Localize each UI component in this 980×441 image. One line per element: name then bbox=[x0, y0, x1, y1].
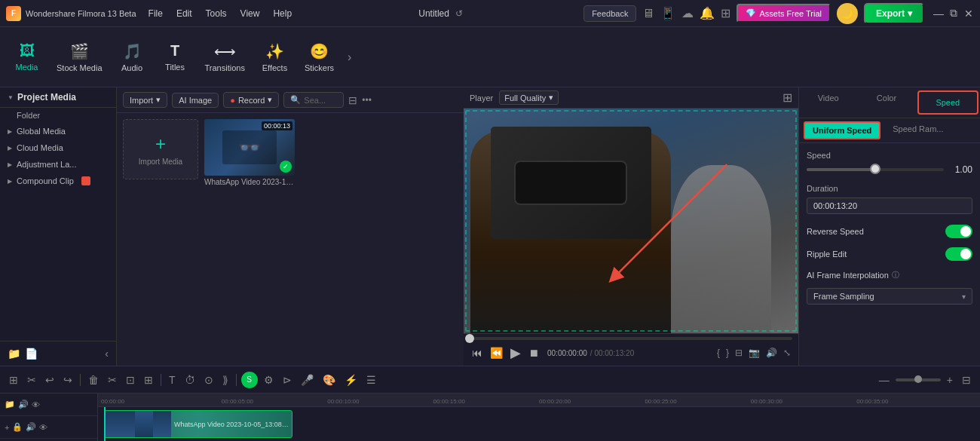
adjustment-layer-item[interactable]: ▶ Adjustment La... bbox=[0, 156, 116, 173]
import-media-placeholder[interactable]: + Import Media bbox=[123, 119, 198, 179]
mark-in-icon[interactable]: { bbox=[715, 346, 721, 360]
ai-image-button[interactable]: AI Image bbox=[172, 93, 219, 108]
slider-thumb[interactable] bbox=[870, 164, 880, 174]
tl-settings-icon[interactable]: ⚙ bbox=[261, 372, 277, 387]
tl-voice-icon[interactable]: 🎤 bbox=[298, 372, 317, 387]
folder-item[interactable]: Folder bbox=[0, 108, 116, 123]
tl-undo-icon[interactable]: ↩ bbox=[42, 372, 57, 387]
tl-delete-icon[interactable]: 🗑 bbox=[85, 372, 102, 387]
tl-audio-clip-icon[interactable]: ⊞ bbox=[141, 372, 156, 387]
tl-text-icon[interactable]: T bbox=[166, 372, 179, 387]
player-tab[interactable]: Player bbox=[470, 93, 493, 103]
fullscreen-icon[interactable]: ⤡ bbox=[782, 346, 792, 360]
zoom-thumb[interactable] bbox=[914, 375, 922, 383]
more-options-icon[interactable]: ••• bbox=[362, 95, 372, 106]
play-button[interactable]: ▶ bbox=[508, 343, 523, 363]
stop-button[interactable]: ⏹ bbox=[526, 345, 541, 360]
clip-segment-icon[interactable]: ⊟ bbox=[733, 346, 744, 360]
bell-icon[interactable]: 🔔 bbox=[700, 6, 715, 20]
audio-icon[interactable]: 🔊 bbox=[764, 346, 779, 360]
menu-tools[interactable]: Tools bbox=[200, 5, 233, 22]
quality-select[interactable]: Full Quality ▾ bbox=[499, 90, 559, 105]
filter-icon[interactable]: ⊟ bbox=[348, 94, 357, 106]
tl-layout-icon[interactable]: ⊟ bbox=[959, 372, 974, 387]
speed-slider[interactable] bbox=[807, 168, 944, 171]
monitor-icon[interactable]: 🖥 bbox=[642, 7, 654, 20]
frame-sampling-dropdown[interactable]: Frame Sampling ▾ bbox=[807, 288, 972, 305]
toolbar-effects[interactable]: ✨ Effects bbox=[254, 38, 296, 77]
toolbar-titles[interactable]: T Titles bbox=[155, 38, 196, 76]
uniform-speed-tab[interactable]: Uniform Speed bbox=[804, 121, 880, 139]
frame-back-button[interactable]: ⏪ bbox=[488, 345, 505, 360]
tab-speed[interactable]: Speed bbox=[917, 90, 978, 115]
close-button[interactable]: ✕ bbox=[963, 8, 974, 19]
menu-edit[interactable]: Edit bbox=[170, 5, 198, 22]
toolbar-media[interactable]: 🖼 Media bbox=[6, 38, 47, 76]
track-eye-icon[interactable]: 👁 bbox=[39, 423, 47, 432]
media-item[interactable]: 👓 00:00:13 ✓ WhatsApp Video 2023-10-05..… bbox=[204, 119, 295, 186]
add-folder-icon[interactable]: 📁 bbox=[8, 348, 20, 360]
tl-grid-icon[interactable]: ⊞ bbox=[6, 372, 21, 387]
tab-video[interactable]: Video bbox=[799, 87, 857, 118]
player-view-icon[interactable]: ⊞ bbox=[782, 90, 792, 105]
ripple-edit-toggle[interactable] bbox=[945, 247, 972, 261]
mobile-icon[interactable]: 📱 bbox=[660, 6, 675, 20]
maximize-button[interactable]: ⧉ bbox=[948, 8, 959, 19]
assets-button[interactable]: 💎 Assets Free Trial bbox=[737, 4, 831, 23]
compound-clip-item[interactable]: ▶ Compound Clip bbox=[0, 173, 116, 189]
refresh-icon[interactable]: ↺ bbox=[455, 8, 463, 19]
menu-file[interactable]: File bbox=[142, 5, 169, 22]
track-mute-icon[interactable]: 🔊 bbox=[26, 422, 36, 432]
feedback-button[interactable]: Feedback bbox=[583, 5, 636, 22]
zoom-slider[interactable] bbox=[896, 378, 941, 381]
toolbar-expand[interactable]: › bbox=[343, 51, 356, 64]
toolbar-transitions[interactable]: ⟷ Transitions bbox=[198, 38, 253, 77]
tl-cut-icon[interactable]: ✂ bbox=[24, 372, 39, 387]
collapse-panel-icon[interactable]: ‹ bbox=[105, 348, 109, 360]
minimize-button[interactable]: — bbox=[933, 8, 944, 19]
tl-redo-icon[interactable]: ↪ bbox=[60, 372, 75, 387]
progress-thumb[interactable] bbox=[465, 334, 474, 343]
tab-color[interactable]: Color bbox=[857, 87, 915, 118]
toggle-track-visibility[interactable]: 👁 bbox=[32, 400, 40, 409]
toolbar-stock-media[interactable]: 🎬 Stock Media bbox=[49, 38, 110, 77]
speed-ramp-tab[interactable]: Speed Ram... bbox=[885, 121, 951, 139]
toolbar-audio[interactable]: 🎵 Audio bbox=[112, 38, 153, 77]
upload-icon[interactable]: ☁ bbox=[681, 6, 694, 20]
add-track-button[interactable]: 📁 bbox=[5, 400, 15, 409]
skip-back-button[interactable]: ⏮ bbox=[470, 345, 485, 360]
tl-speed-button[interactable]: S bbox=[241, 372, 258, 388]
tl-effects2-icon[interactable]: ⚡ bbox=[341, 372, 360, 387]
global-media-item[interactable]: ▶ Global Media bbox=[0, 123, 116, 139]
reverse-speed-toggle[interactable] bbox=[945, 225, 972, 238]
tl-marker-icon[interactable]: ⊳ bbox=[280, 372, 295, 387]
info-icon[interactable]: ⓘ bbox=[892, 270, 899, 280]
progress-bar[interactable] bbox=[470, 337, 792, 340]
menu-help[interactable]: Help bbox=[267, 5, 298, 22]
menu-view[interactable]: View bbox=[234, 5, 266, 22]
cloud-media-item[interactable]: ▶ Cloud Media bbox=[0, 139, 116, 156]
tl-loop-icon[interactable]: ⊙ bbox=[201, 372, 216, 387]
duration-value[interactable]: 00:00:13:20 bbox=[807, 198, 972, 214]
record-button[interactable]: ● Record ▾ bbox=[223, 92, 279, 108]
mark-out-icon[interactable]: } bbox=[724, 346, 730, 360]
grid-icon[interactable]: ⊞ bbox=[721, 6, 730, 20]
track-lock-icon[interactable]: 🔒 bbox=[12, 422, 23, 432]
tl-zoom-out-icon[interactable]: — bbox=[876, 372, 893, 387]
track-add-icon[interactable]: + bbox=[5, 423, 9, 432]
screenshot-icon[interactable]: 📷 bbox=[747, 346, 761, 360]
theme-toggle[interactable]: 🌙 bbox=[837, 3, 858, 24]
tl-time-icon[interactable]: ⏱ bbox=[182, 372, 198, 387]
tl-color-icon[interactable]: 🎨 bbox=[320, 372, 338, 387]
tl-split-icon[interactable]: ☰ bbox=[363, 372, 379, 387]
import-button[interactable]: Import ▾ bbox=[123, 92, 167, 108]
tl-crop-icon[interactable]: ⊡ bbox=[123, 372, 138, 387]
export-button[interactable]: Export ▾ bbox=[864, 3, 924, 24]
toolbar-stickers[interactable]: 😊 Stickers bbox=[297, 38, 341, 77]
search-input[interactable]: 🔍 Sea... bbox=[283, 92, 344, 108]
add-item-icon[interactable]: 📄 bbox=[25, 348, 38, 360]
add-audio-button[interactable]: 🔊 bbox=[18, 400, 29, 409]
playhead[interactable] bbox=[104, 407, 106, 441]
timeline-ruler[interactable]: 00:00:00 00:00:05:00 00:00:10:00 00:00:1… bbox=[98, 394, 980, 407]
tl-scissors-icon[interactable]: ✂ bbox=[105, 372, 120, 387]
